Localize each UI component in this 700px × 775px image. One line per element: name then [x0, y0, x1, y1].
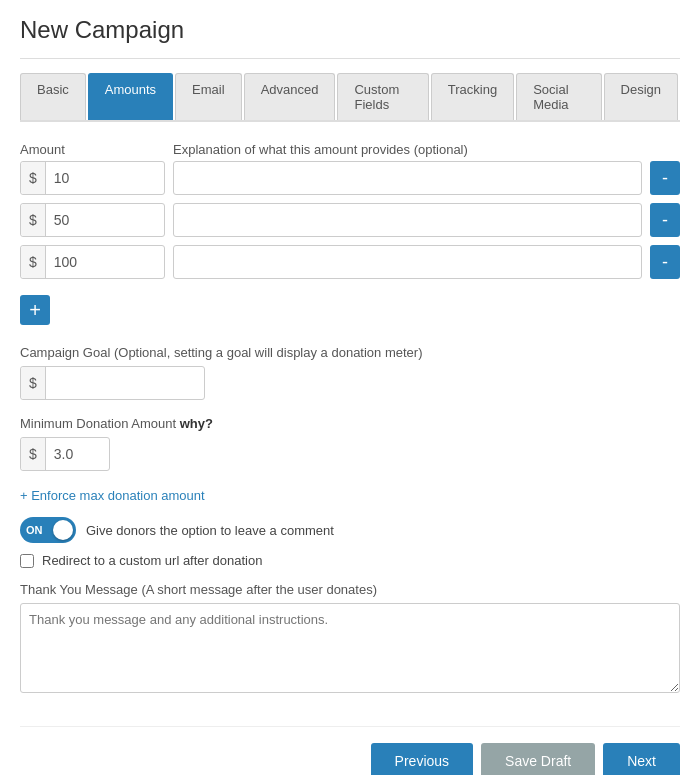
- amount-input-wrapper-0: $: [20, 161, 165, 195]
- page-title: New Campaign: [20, 16, 680, 44]
- tab-amounts[interactable]: Amounts: [88, 73, 173, 120]
- amount-prefix-1: $: [21, 204, 46, 236]
- amount-input-wrapper-1: $: [20, 203, 165, 237]
- save-draft-button[interactable]: Save Draft: [481, 743, 595, 775]
- amount-row: $ -: [20, 245, 680, 279]
- amount-input-2[interactable]: [46, 246, 164, 278]
- tab-advanced[interactable]: Advanced: [244, 73, 336, 120]
- redirect-checkbox-row: Redirect to a custom url after donation: [20, 553, 680, 568]
- minimum-donation-prefix: $: [21, 438, 46, 470]
- tab-basic[interactable]: Basic: [20, 73, 86, 120]
- title-divider: [20, 58, 680, 59]
- amounts-section: $ - $ - $ -: [20, 161, 680, 279]
- tab-design[interactable]: Design: [604, 73, 678, 120]
- footer-buttons: Previous Save Draft Next: [20, 726, 680, 775]
- add-amount-button[interactable]: +: [20, 295, 50, 325]
- remove-amount-button-2[interactable]: -: [650, 245, 680, 279]
- explanation-input-2[interactable]: [173, 245, 642, 279]
- page-container: New Campaign BasicAmountsEmailAdvancedCu…: [0, 0, 700, 775]
- amount-prefix-0: $: [21, 162, 46, 194]
- toggle-inner: ON: [20, 517, 76, 543]
- tab-social-media[interactable]: Social Media: [516, 73, 601, 120]
- amount-input-wrapper-2: $: [20, 245, 165, 279]
- explanation-input-1[interactable]: [173, 203, 642, 237]
- explanation-col-header: Explanation of what this amount provides…: [173, 142, 680, 157]
- campaign-goal-prefix: $: [21, 367, 46, 399]
- amount-input-0[interactable]: [46, 162, 164, 194]
- amount-input-1[interactable]: [46, 204, 164, 236]
- remove-amount-button-0[interactable]: -: [650, 161, 680, 195]
- previous-button[interactable]: Previous: [371, 743, 473, 775]
- campaign-goal-input-wrapper: $: [20, 366, 205, 400]
- minimum-donation-input-wrapper: $: [20, 437, 110, 471]
- toggle-label: ON: [26, 524, 43, 536]
- toggle-row: ON Give donors the option to leave a com…: [20, 517, 680, 543]
- tab-custom-fields[interactable]: Custom Fields: [337, 73, 428, 120]
- tab-email[interactable]: Email: [175, 73, 242, 120]
- minimum-donation-input[interactable]: [46, 438, 109, 470]
- redirect-checkbox[interactable]: [20, 554, 34, 568]
- campaign-goal-label: Campaign Goal (Optional, setting a goal …: [20, 345, 680, 360]
- explanation-input-0[interactable]: [173, 161, 642, 195]
- tab-tracking[interactable]: Tracking: [431, 73, 514, 120]
- thankyou-textarea[interactable]: [20, 603, 680, 693]
- campaign-goal-group: Campaign Goal (Optional, setting a goal …: [20, 345, 680, 400]
- amount-prefix-2: $: [21, 246, 46, 278]
- redirect-checkbox-label: Redirect to a custom url after donation: [42, 553, 262, 568]
- remove-amount-button-1[interactable]: -: [650, 203, 680, 237]
- enforce-max-link[interactable]: + Enforce max donation amount: [20, 488, 205, 503]
- amount-col-header: Amount: [20, 142, 165, 157]
- amount-row: $ -: [20, 161, 680, 195]
- amounts-header: Amount Explanation of what this amount p…: [20, 142, 680, 157]
- toggle-description: Give donors the option to leave a commen…: [86, 523, 334, 538]
- toggle-thumb: [53, 520, 73, 540]
- next-button[interactable]: Next: [603, 743, 680, 775]
- toggle-switch[interactable]: ON: [20, 517, 76, 543]
- thankyou-group: Thank You Message (A short message after…: [20, 582, 680, 696]
- campaign-goal-input[interactable]: [46, 367, 204, 399]
- tabs-bar: BasicAmountsEmailAdvancedCustom FieldsTr…: [20, 73, 680, 122]
- amount-row: $ -: [20, 203, 680, 237]
- thankyou-label: Thank You Message (A short message after…: [20, 582, 680, 597]
- minimum-donation-group: Minimum Donation Amount why? $: [20, 416, 680, 471]
- minimum-donation-label: Minimum Donation Amount why?: [20, 416, 680, 431]
